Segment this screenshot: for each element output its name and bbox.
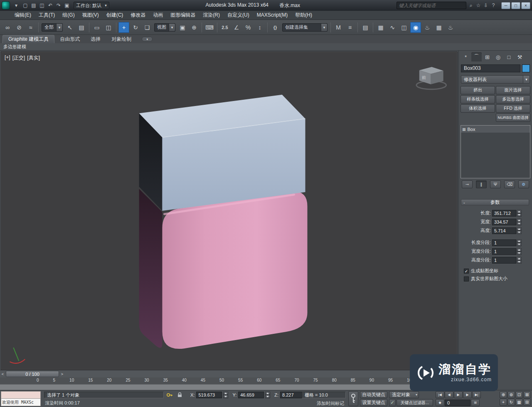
menu-item[interactable]: 组(G)	[59, 11, 78, 20]
window-crossing-icon[interactable]: ◫	[103, 22, 114, 33]
bind-to-space-warp-icon[interactable]: ≈	[25, 22, 36, 33]
length-segs-spinner[interactable]	[517, 239, 522, 246]
render-setup-icon[interactable]: ♨	[422, 22, 433, 33]
chevron-down-icon[interactable]: ▾	[56, 24, 62, 31]
redo-icon[interactable]: ↷	[54, 2, 63, 9]
lock-selection-icon[interactable]	[175, 392, 184, 398]
object-color-swatch[interactable]	[522, 64, 530, 72]
edit-named-sets-icon[interactable]: {}	[270, 22, 281, 33]
current-frame-field[interactable]: 0	[445, 400, 470, 406]
stack-item[interactable]: ▦Box	[461, 126, 530, 133]
help-icon[interactable]: ?	[490, 2, 497, 9]
viewport-menu-shading[interactable]: [真实]	[27, 54, 40, 62]
select-and-scale-icon[interactable]: ❏	[142, 22, 153, 33]
auto-key-button[interactable]: 自动关键点	[360, 391, 387, 398]
create-tab[interactable]: *	[461, 52, 471, 62]
menu-item[interactable]: 修改器	[127, 11, 149, 20]
selection-filter-dropdown[interactable]: 全部▾	[42, 23, 63, 32]
set-key-button[interactable]: 设置关键点	[360, 399, 387, 406]
height-field[interactable]: 5.714	[492, 227, 516, 234]
configure-modifier-sets-icon[interactable]: ⚙	[518, 180, 529, 188]
search-input[interactable]	[397, 3, 466, 8]
checkbox-icon[interactable]	[464, 276, 469, 281]
track-bar[interactable]: 0510152025303540455055606570758085909510…	[0, 377, 458, 384]
width-segs-field[interactable]: 1	[492, 248, 516, 255]
viewcube[interactable]: 前	[416, 67, 446, 89]
menu-item[interactable]: 创建(C)	[103, 11, 127, 20]
spinner-down-icon[interactable]	[517, 213, 522, 217]
track-bar-scroll[interactable]	[0, 384, 458, 390]
object-name-field[interactable]: Box003	[461, 64, 520, 72]
viewport-canvas[interactable]: 前	[1, 52, 457, 370]
open-file-icon[interactable]: ▤	[30, 2, 38, 9]
key-icon[interactable]	[165, 392, 174, 398]
spinner-up-icon[interactable]	[517, 210, 522, 213]
ribbon-tab[interactable]: 选择	[85, 35, 106, 43]
spinner-up-icon[interactable]	[517, 227, 522, 231]
search-icon[interactable]: ⌕	[467, 2, 475, 9]
zoom-all-icon[interactable]: ⊛	[507, 391, 515, 398]
listener-macro-row[interactable]	[1, 391, 41, 399]
generate-mapping-coords[interactable]: ✓生成贴图坐标	[459, 267, 532, 275]
zoom-icon[interactable]: ⊕	[500, 391, 507, 398]
menu-item[interactable]: 工具(T)	[35, 11, 59, 20]
orbit-view-icon[interactable]: ↻	[507, 399, 515, 406]
zoom-extents-icon[interactable]: ⊡	[515, 391, 523, 398]
spinner-down-icon[interactable]	[517, 252, 522, 255]
download-arrow-icon[interactable]: ⇩	[482, 2, 490, 9]
unlink-selection-icon[interactable]: ⊘	[14, 22, 25, 33]
spinner-down-icon[interactable]	[517, 231, 522, 234]
y-coordinate-field[interactable]: 46.659	[238, 392, 264, 398]
pin-stack-icon[interactable]: ⊸	[462, 180, 473, 188]
keyboard-shortcut-override-icon[interactable]: ⌨	[204, 22, 215, 33]
modifier-list-dropdown[interactable]: 修改器列表 ▾	[461, 75, 530, 84]
length-spinner[interactable]	[517, 210, 522, 217]
real-world-map-size[interactable]: 真实世界贴图大小	[459, 275, 532, 283]
pan-view-icon[interactable]: +	[500, 399, 507, 406]
zoom-region-icon[interactable]: ⊠	[523, 391, 531, 398]
maximize-viewport-toggle-icon[interactable]: ⊞	[523, 399, 531, 406]
angle-snap-icon[interactable]: ∠	[231, 22, 242, 33]
width-segs-spinner[interactable]	[517, 248, 522, 255]
menu-item[interactable]: MAXScript(M)	[253, 11, 292, 20]
spinner-up-icon[interactable]	[517, 219, 522, 222]
spinner-snap-icon[interactable]: ↕	[254, 22, 265, 33]
height-spinner[interactable]	[517, 227, 522, 234]
align-icon[interactable]: ≡	[345, 22, 355, 33]
time-slider-handle[interactable]: 0 / 100	[6, 371, 59, 377]
patch-select-button[interactable]: 面片选择	[496, 86, 530, 94]
menu-item[interactable]: 编辑(E)	[11, 11, 35, 20]
poly-select-button[interactable]: 多边形选择	[496, 95, 530, 104]
viewport-layout-icon[interactable]: ▦	[515, 399, 523, 406]
graphite-ribbon-icon[interactable]: ▦	[375, 22, 386, 33]
x-coordinate-field[interactable]: 519.673	[196, 392, 222, 398]
menu-item[interactable]: 渲染(R)	[199, 11, 224, 20]
material-editor-icon[interactable]: ◉	[410, 22, 421, 33]
key-mode-toggle-button[interactable]: ◆	[436, 399, 444, 406]
modify-tab[interactable]: ⌒	[471, 52, 482, 62]
chevron-down-icon[interactable]: ▾	[169, 24, 175, 31]
named-selection-sets-combo[interactable]: 创建选择集▾	[282, 23, 328, 32]
width-field[interactable]: 334.57	[492, 219, 516, 225]
spinner-down-icon[interactable]	[517, 222, 522, 225]
search-box[interactable]	[397, 2, 466, 9]
project-folder-icon[interactable]: ▣	[63, 2, 71, 9]
selected-mode-dropdown[interactable]: 选定对象 ▾	[389, 391, 419, 398]
go-to-end-button[interactable]: ▶|	[472, 391, 481, 398]
select-and-rotate-icon[interactable]: ↻	[130, 22, 141, 33]
use-pivot-point-icon[interactable]: ▣	[177, 22, 188, 33]
render-production-icon[interactable]: ♨	[445, 22, 456, 33]
time-configuration-button[interactable]: ⊞	[471, 399, 480, 406]
menu-item[interactable]: 自定义(U)	[224, 11, 253, 20]
modifier-stack[interactable]: ▦Box	[461, 125, 530, 178]
percent-snap-icon[interactable]: %	[243, 22, 254, 33]
ribbon-tab[interactable]: Graphite 建模工具	[2, 35, 54, 43]
width-spinner[interactable]	[517, 219, 522, 225]
undo-icon[interactable]: ↶	[46, 2, 54, 9]
listener-output-row[interactable]: 欢迎使用 MAXSc	[1, 399, 41, 406]
viewport[interactable]: [+] [正交] [真实]	[1, 52, 458, 370]
set-key-big-button[interactable]	[348, 391, 358, 406]
ffd-select-button[interactable]: FFD 选择	[496, 104, 530, 113]
ribbon-tab[interactable]: 对象绘制	[106, 35, 137, 43]
parameters-rollout-header[interactable]: - 参数	[461, 199, 529, 205]
